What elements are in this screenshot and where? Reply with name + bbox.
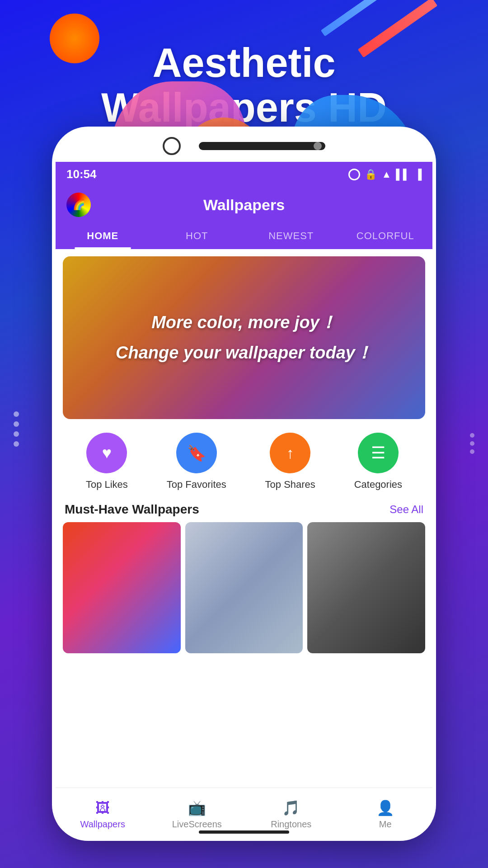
nav-livescreens[interactable]: 📺 LiveScreens (150, 796, 244, 830)
wallpapers-nav-label: Wallpapers (80, 819, 125, 830)
categories-label: Categories (354, 479, 402, 491)
tab-newest[interactable]: NEWEST (244, 223, 338, 249)
top-likes-icon: ♥ (86, 433, 127, 473)
app-title-area: Aesthetic Wallpapers HD (0, 0, 488, 139)
top-favorites-icon: 🔖 (176, 433, 217, 473)
tab-home[interactable]: HOME (56, 223, 150, 249)
status-bar: 10:54 🔒 ▲ ▌▌ ▐ (56, 162, 432, 187)
top-shares-label: Top Shares (265, 479, 315, 491)
banner-text2: Change your wallpaper today！ (116, 341, 372, 364)
quick-action-categories[interactable]: ☰ Categories (354, 433, 402, 491)
wallpaper-item-3[interactable] (307, 522, 425, 653)
wallpapers-nav-icon: 🖼 (95, 800, 110, 816)
app-content-area: 10:54 🔒 ▲ ▌▌ ▐ 🌈 Wallpapers HOME HOT (56, 162, 432, 837)
app-header-title: Wallpapers (203, 196, 285, 214)
signal-bars-icon: ▌▌ (396, 169, 410, 180)
livescreens-nav-icon: 📺 (188, 799, 206, 816)
phone-home-button (163, 137, 181, 155)
categories-icon: ☰ (358, 433, 399, 473)
tab-hot[interactable]: HOT (150, 223, 244, 249)
left-dots-decoration (14, 407, 19, 451)
wifi-icon: ▲ (381, 169, 391, 180)
ringtones-nav-icon: 🎵 (282, 799, 300, 816)
battery-icon: ▐ (414, 169, 422, 180)
phone-navigation-bar (199, 142, 325, 150)
navigation-tabs: HOME HOT NEWEST COLORFUL (56, 223, 432, 249)
title-line2: Wallpapers HD (101, 85, 387, 130)
phone-mockup: 10:54 🔒 ▲ ▌▌ ▐ 🌈 Wallpapers HOME HOT (52, 127, 436, 841)
me-nav-icon: 👤 (376, 799, 394, 816)
top-shares-icon: ↑ (270, 433, 310, 473)
quick-action-top-shares[interactable]: ↑ Top Shares (265, 433, 315, 491)
me-nav-label: Me (379, 819, 392, 830)
location-icon (348, 169, 360, 180)
home-indicator (199, 830, 289, 834)
quick-action-top-likes[interactable]: ♥ Top Likes (86, 433, 128, 491)
promo-banner: More color, more joy！ Change your wallpa… (63, 256, 425, 419)
must-have-section-header: Must-Have Wallpapers See All (56, 495, 432, 522)
title-line1: Aesthetic (152, 40, 335, 85)
app-logo: 🌈 (66, 193, 91, 217)
wallpaper-item-2[interactable] (185, 522, 303, 653)
livescreens-nav-label: LiveScreens (172, 819, 222, 830)
must-have-title: Must-Have Wallpapers (65, 502, 199, 517)
top-likes-label: Top Likes (86, 479, 128, 491)
status-icons: 🔒 ▲ ▌▌ ▐ (348, 169, 422, 180)
wallpaper-grid (56, 522, 432, 653)
banner-text1: More color, more joy！ (151, 311, 337, 334)
wallpaper-item-1[interactable] (63, 522, 181, 653)
nav-me[interactable]: 👤 Me (338, 796, 433, 830)
right-dots-decoration (470, 429, 474, 458)
see-all-button[interactable]: See All (389, 503, 423, 516)
tab-colorful[interactable]: COLORFUL (338, 223, 433, 249)
status-time: 10:54 (66, 167, 97, 181)
lock-icon: 🔒 (365, 169, 377, 180)
nav-wallpapers[interactable]: 🖼 Wallpapers (56, 796, 150, 830)
quick-actions-row: ♥ Top Likes 🔖 Top Favorites ↑ Top Shares… (56, 419, 432, 495)
ringtones-nav-label: Ringtones (271, 819, 311, 830)
nav-ringtones[interactable]: 🎵 Ringtones (244, 796, 338, 830)
top-favorites-label: Top Favorites (167, 479, 226, 491)
phone-hardware-bar (56, 130, 432, 162)
phone-nav-circle (314, 142, 322, 150)
quick-action-top-favorites[interactable]: 🔖 Top Favorites (167, 433, 226, 491)
app-header: 🌈 Wallpapers (56, 187, 432, 223)
bottom-navigation: 🖼 Wallpapers 📺 LiveScreens 🎵 Ringtones 👤… (56, 788, 432, 837)
